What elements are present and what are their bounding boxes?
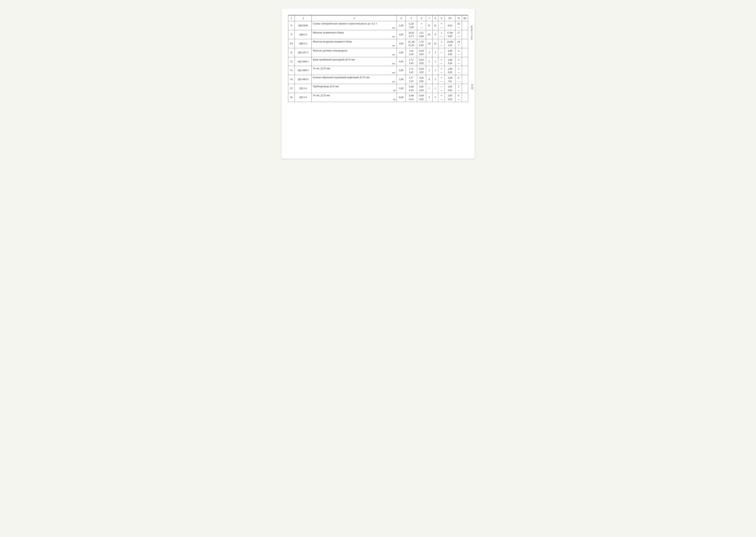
col-header-1: I (288, 15, 295, 21)
table-row: 9ЦI8-I-IМонтаж заливочного бачкашт.I,00I… (288, 30, 468, 39)
table-row: I5ЦI2-I-IТрубопроводи Д-I5 ммМ2,000,480,… (288, 84, 468, 93)
col-header-6: 6 (417, 15, 426, 21)
main-table: I 2 3 4 5 6 7 8 9 IO II Ш 8Ц8-ПI46Сушка … (288, 15, 468, 102)
table-row: I4ЦI2-803-IКлапан обратный подъёмный муф… (288, 75, 468, 84)
table-row: I6ЦI2-I-IТо же, Д 25 ммМ6,000,480,430,04… (288, 93, 468, 102)
table-row: I2ЦI2-806-IКран пробковый проходной Д=I5… (288, 57, 468, 66)
side-text-bottom: ДI.ЧI. (471, 84, 473, 89)
col-header-8: 8 (432, 15, 438, 21)
col-header-sh: Ш (462, 15, 468, 21)
side-text-top: ЭОI-2-2-I6I.88 (470, 26, 473, 40)
col-header-5: 5 (405, 15, 417, 21)
table-row: 8Ц8-ПI46Сушка электрических машин и агре… (288, 21, 468, 30)
col-header-7: 7 (426, 15, 432, 21)
page: ЭОI-2-2-I6I.88 ДI.ЧI. I 2 3 4 5 6 7 8 9 … (282, 9, 475, 159)
col-header-2: 2 (295, 15, 312, 21)
col-header-4: 4 (397, 15, 405, 21)
col-header-10: IO (445, 15, 455, 21)
col-header-3: 3 (312, 15, 397, 21)
table-row: IIЦII-207-IМонтаж датчика электродногошт… (288, 48, 468, 57)
table-row: IOЦI8-I-2Монтаж воздушно-водяного бачкаш… (288, 39, 468, 48)
col-header-11: II (455, 15, 462, 21)
col-header-9: 9 (438, 15, 445, 21)
table-row: I3ЦI2-806-IТо же, Д-25 ммшт.I,00I,72I,45… (288, 66, 468, 75)
